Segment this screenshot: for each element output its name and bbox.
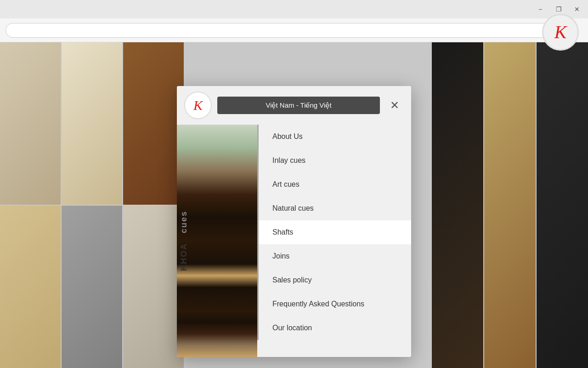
bg-right-col-2	[484, 42, 536, 368]
bg-image-4	[0, 206, 61, 368]
bg-right-col-1	[432, 42, 483, 368]
bg-right-col-3	[537, 42, 588, 368]
language-selector-button[interactable]: Việt Nam - Tiếng Việt	[217, 97, 380, 114]
menu-item-frequently-asked-questions[interactable]: Frequently Asked Questions	[257, 292, 411, 316]
modal-body: KHOA cues About UsInlay cuesArt cuesNatu…	[177, 125, 411, 357]
menu-item-our-location[interactable]: Our location	[257, 316, 411, 340]
bg-image-5	[62, 206, 122, 368]
browser-titlebar: − ❐ ✕	[0, 0, 588, 18]
menu-item-shafts[interactable]: Shafts	[257, 220, 411, 244]
bg-left-gallery	[0, 42, 184, 368]
menu-item-sales-policy[interactable]: Sales policy	[257, 268, 411, 292]
bg-image-3	[123, 42, 184, 205]
close-button[interactable]: ✕	[571, 4, 582, 15]
brand-name-text: KHOA cues	[179, 211, 189, 271]
modal-panel: K Việt Nam - Tiếng Việt ✕ KHOA cues	[177, 86, 411, 357]
vertical-brand-text: KHOA cues	[177, 125, 191, 357]
modal-close-button[interactable]: ✕	[385, 96, 404, 115]
modal-menu: About UsInlay cuesArt cuesNatural cuesSh…	[257, 125, 411, 357]
menu-item-art-cues[interactable]: Art cues	[257, 172, 411, 196]
menu-item-about-us[interactable]: About Us	[257, 125, 411, 149]
address-bar[interactable]	[6, 23, 566, 38]
cue-image: KHOA cues	[177, 125, 257, 357]
modal-left-column: KHOA cues	[177, 125, 257, 357]
modal-logo-initial: K	[193, 98, 203, 113]
bg-right-gallery	[432, 42, 588, 368]
menu-item-natural-cues[interactable]: Natural cues	[257, 196, 411, 220]
bg-image-2	[62, 42, 122, 205]
menu-item-inlay-cues[interactable]: Inlay cues	[257, 149, 411, 172]
profile-initial: K	[554, 23, 567, 41]
browser-toolbar: ⋮	[0, 18, 588, 42]
restore-button[interactable]: ❐	[553, 4, 564, 15]
menu-item-joins[interactable]: Joins	[257, 244, 411, 268]
minimize-button[interactable]: −	[535, 4, 546, 15]
page-background: K Việt Nam - Tiếng Việt ✕ KHOA cues	[0, 42, 588, 368]
modal-header: K Việt Nam - Tiếng Việt ✕	[177, 86, 411, 125]
bg-image-1	[0, 42, 61, 205]
bg-image-6	[123, 206, 184, 368]
modal-logo: K	[184, 92, 212, 119]
profile-circle[interactable]: K	[542, 14, 579, 51]
